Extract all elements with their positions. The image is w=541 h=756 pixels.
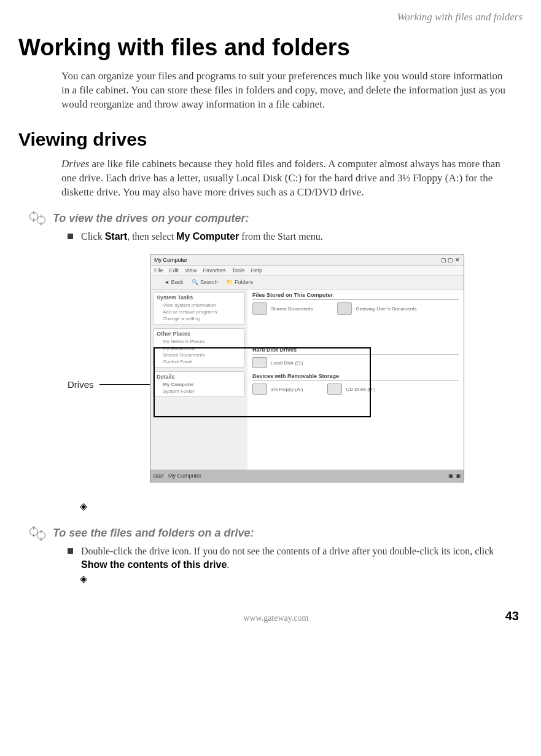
drives-term: Drives bbox=[61, 158, 89, 170]
window-taskbar: start My Computer ▣ ▣ bbox=[150, 470, 464, 482]
floppy-icon bbox=[252, 384, 267, 395]
gears-icon bbox=[29, 527, 47, 540]
window-sidebar: System Tasks View system information Add… bbox=[150, 289, 247, 473]
task1-step: Click Start, then select My Computer fro… bbox=[68, 230, 508, 243]
end-step-icon bbox=[80, 502, 90, 512]
start-label: Start bbox=[105, 231, 127, 242]
task-see-files-heading: To see the files and folders on a drive: bbox=[53, 527, 254, 540]
footer-url: www.gateway.com bbox=[47, 613, 505, 623]
section-viewing-drives: Viewing drives bbox=[18, 129, 523, 150]
drives-paragraph: Drives are like file cabinets because th… bbox=[61, 157, 508, 200]
page-footer: www.gateway.com 43 bbox=[18, 609, 523, 623]
hard-drive-icon bbox=[252, 357, 267, 368]
my-computer-window: My Computer ▢ ▢ ✕ FileEditViewFavoritesT… bbox=[150, 254, 464, 482]
callout-label: Drives bbox=[68, 379, 94, 390]
window-title: My Computer bbox=[154, 257, 187, 263]
screenshot-figure: Drives My Computer ▢ ▢ ✕ FileEditViewFav… bbox=[61, 254, 523, 494]
window-toolbar: ◄ Back 🔍 Search 📁 Folders bbox=[150, 275, 464, 289]
gears-icon bbox=[29, 212, 47, 224]
show-contents-label: Show the contents of this drive bbox=[81, 559, 227, 570]
folder-icon bbox=[252, 302, 267, 315]
page-title: Working with files and folders bbox=[18, 34, 523, 61]
window-body: System Tasks View system information Add… bbox=[150, 289, 464, 473]
callout-line bbox=[99, 384, 150, 385]
task2-step: Double-click the drive icon. If you do n… bbox=[68, 545, 508, 571]
end-step-icon bbox=[80, 575, 90, 585]
window-main: Files Stored on This Computer Shared Doc… bbox=[247, 289, 464, 473]
intro-paragraph: You can organize your files and programs… bbox=[61, 69, 508, 112]
window-titlebar: My Computer ▢ ▢ ✕ bbox=[150, 254, 464, 266]
window-menubar: FileEditViewFavoritesToolsHelp bbox=[150, 266, 464, 275]
drives-paragraph-rest: are like file cabinets because they hold… bbox=[61, 158, 500, 198]
page-number: 43 bbox=[505, 609, 519, 623]
folder-icon bbox=[337, 302, 352, 315]
my-computer-label: My Computer bbox=[176, 231, 239, 242]
task-view-drives-heading: To view the drives on your computer: bbox=[53, 212, 249, 225]
running-header: Working with files and folders bbox=[18, 11, 523, 23]
cd-drive-icon bbox=[327, 384, 342, 395]
window-controls: ▢ ▢ ✕ bbox=[441, 257, 460, 263]
